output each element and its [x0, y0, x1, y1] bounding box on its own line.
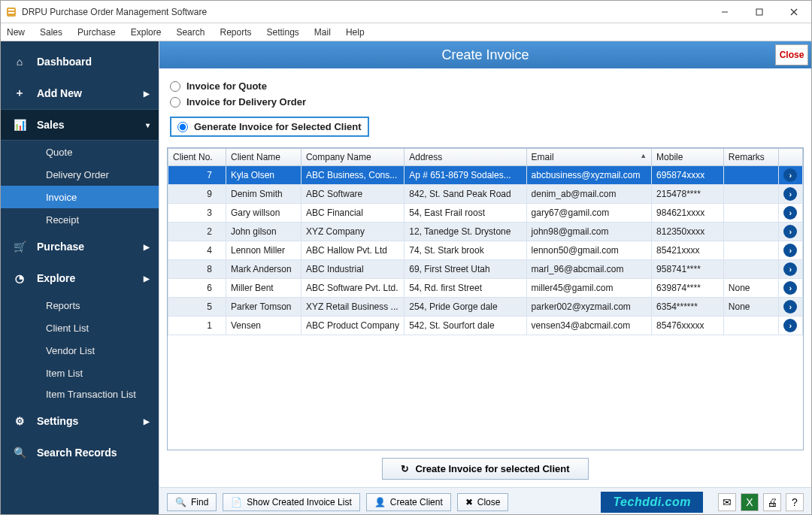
toolbar-close-button[interactable]: ✖Close [457, 493, 509, 511]
menu-sales[interactable]: Sales [40, 27, 62, 38]
sidebar-item-settings[interactable]: ⚙ Settings ▶ [1, 405, 159, 437]
cell-client-name: John gilson [226, 223, 301, 241]
radio-invoice-client[interactable]: Generate Invoice for Selected Client [170, 117, 369, 137]
radio-input[interactable] [177, 122, 188, 132]
panel-close-button[interactable]: Close [775, 44, 808, 65]
brand-label: Techddi.com [601, 492, 703, 513]
col-action[interactable] [778, 149, 802, 166]
row-go-icon[interactable]: › [783, 281, 797, 295]
export-icons: ✉ X 🖨 ? [718, 493, 804, 511]
excel-icon[interactable]: X [741, 493, 759, 511]
show-invoice-list-button[interactable]: 📄Show Created Invoice List [223, 493, 359, 511]
cell-remarks: None [723, 298, 778, 317]
menu-reports[interactable]: Reports [220, 27, 251, 38]
table-row[interactable]: 9Denim SmithABC Software842, St. Sand Pe… [168, 185, 803, 204]
sidebar-sub-vendor-list[interactable]: Vendor List [1, 339, 159, 362]
radio-invoice-delivery[interactable]: Invoice for Delivery Order [170, 96, 801, 108]
cell-client-name: Miller Bent [226, 279, 301, 298]
cell-client-name: Parker Tomson [226, 298, 301, 317]
cell-company: XYZ Retail Business ... [301, 298, 404, 317]
table-row[interactable]: 3Gary willsonABC Financial54, East Frail… [168, 204, 803, 223]
radio-input[interactable] [170, 97, 180, 108]
col-remarks[interactable]: Remarks [723, 149, 778, 166]
sidebar-sub-item-transaction-list[interactable]: Item Transaction List [1, 384, 159, 405]
table-row[interactable]: 8Mark AndersonABC Industrial69, First St… [168, 260, 803, 279]
col-mobile[interactable]: Mobile [652, 149, 724, 166]
sidebar-label: Purchase [37, 241, 84, 253]
row-go-icon[interactable]: › [783, 244, 797, 257]
menu-settings[interactable]: Settings [267, 27, 299, 38]
row-go-icon[interactable]: › [783, 206, 797, 220]
page-header: Create Invoice Close [159, 41, 811, 68]
row-go-icon[interactable]: › [783, 300, 797, 314]
menu-help[interactable]: Help [346, 27, 365, 38]
cell-action: › [778, 279, 802, 298]
sidebar-item-sales[interactable]: 📊 Sales ▾ [1, 109, 159, 141]
window-maximize-button[interactable] [742, 1, 777, 23]
cell-mobile: 695874xxxx [652, 166, 724, 185]
button-label: Show Created Invoice List [247, 497, 351, 507]
window-minimize-button[interactable] [707, 1, 742, 23]
cell-company: ABC Business, Cons... [301, 166, 404, 185]
table-row[interactable]: 1VensenABC Product Company542, St. Sourf… [168, 317, 803, 335]
table-row[interactable]: 5Parker TomsonXYZ Retail Business ...254… [168, 298, 803, 317]
help-icon[interactable]: ? [786, 493, 804, 511]
radio-input[interactable] [170, 81, 180, 92]
sidebar-label: Search Records [37, 447, 117, 459]
col-address[interactable]: Address [404, 149, 526, 166]
cell-mobile: 639874**** [652, 279, 724, 298]
sidebar-item-search-records[interactable]: 🔍 Search Records [1, 437, 159, 468]
row-go-icon[interactable]: › [783, 168, 797, 182]
sidebar-label: Add New [37, 87, 82, 99]
create-client-button[interactable]: 👤Create Client [366, 493, 451, 511]
table-row[interactable]: 6Miller BentABC Software Pvt. Ltd.54, Rd… [168, 279, 803, 298]
sidebar-sub-receipt[interactable]: Receipt [1, 208, 159, 231]
sidebar-sub-quote[interactable]: Quote [1, 141, 159, 163]
sidebar-sub-invoice[interactable]: Invoice [1, 186, 159, 208]
row-go-icon[interactable]: › [783, 225, 797, 238]
row-go-icon[interactable]: › [783, 187, 797, 201]
row-go-icon[interactable]: › [783, 319, 797, 332]
add-icon: ＋ [13, 86, 26, 100]
sidebar-item-add-new[interactable]: ＋ Add New ▶ [1, 77, 159, 109]
sidebar-sub-client-list[interactable]: Client List [1, 317, 159, 339]
table-row[interactable]: 4Lennon MillerABC Hallow Pvt. Ltd74, St.… [168, 241, 803, 260]
radio-invoice-quote[interactable]: Invoice for Quote [170, 80, 801, 92]
cell-client-name: Kyla Olsen [226, 166, 301, 185]
cell-action: › [778, 223, 802, 241]
sidebar: ⌂ Dashboard ＋ Add New ▶ 📊 Sales ▾ Quote … [1, 41, 159, 515]
cart-icon: 🛒 [13, 241, 26, 253]
sidebar-sub-item-list[interactable]: Item List [1, 362, 159, 384]
window-close-button[interactable] [777, 1, 811, 23]
find-button[interactable]: 🔍Find [167, 493, 217, 511]
cell-remarks [723, 166, 778, 185]
sidebar-item-dashboard[interactable]: ⌂ Dashboard [1, 46, 159, 77]
row-go-icon[interactable]: › [783, 262, 797, 276]
mail-icon[interactable]: ✉ [718, 493, 736, 511]
menu-search[interactable]: Search [176, 27, 205, 38]
cell-email: denim_ab@mail.com [526, 185, 652, 204]
menu-explore[interactable]: Explore [131, 27, 162, 38]
cell-email: gary67@gamil.com [526, 204, 652, 223]
sidebar-sub-reports[interactable]: Reports [1, 294, 159, 317]
cell-action: › [778, 241, 802, 260]
sidebar-item-explore[interactable]: ◔ Explore ▶ [1, 262, 159, 294]
home-icon: ⌂ [13, 56, 26, 68]
col-client-no[interactable]: Client No. [168, 149, 226, 166]
menu-mail[interactable]: Mail [314, 27, 331, 38]
cell-client-name: Mark Anderson [226, 260, 301, 279]
print-icon[interactable]: 🖨 [763, 493, 781, 511]
table-row[interactable]: 7Kyla OlsenABC Business, Cons...Ap # 651… [168, 166, 803, 185]
menu-new[interactable]: New [7, 27, 25, 38]
col-company[interactable]: Company Name [301, 149, 404, 166]
sidebar-item-purchase[interactable]: 🛒 Purchase ▶ [1, 231, 159, 262]
cell-address: Ap # 651-8679 Sodales... [404, 166, 526, 185]
client-table-wrap: Client No. Client Name Company Name Addr… [167, 147, 804, 450]
col-email[interactable]: Email▲ [526, 149, 652, 166]
sidebar-sub-delivery-order[interactable]: Delivery Order [1, 163, 159, 186]
menu-purchase[interactable]: Purchase [77, 27, 116, 38]
cell-client-name: Lennon Miller [226, 241, 301, 260]
table-row[interactable]: 2John gilsonXYZ Company12, Tanedge St. D… [168, 223, 803, 241]
col-client-name[interactable]: Client Name [226, 149, 301, 166]
create-invoice-button[interactable]: ↻ Create Invoice for selected Client [382, 458, 588, 480]
